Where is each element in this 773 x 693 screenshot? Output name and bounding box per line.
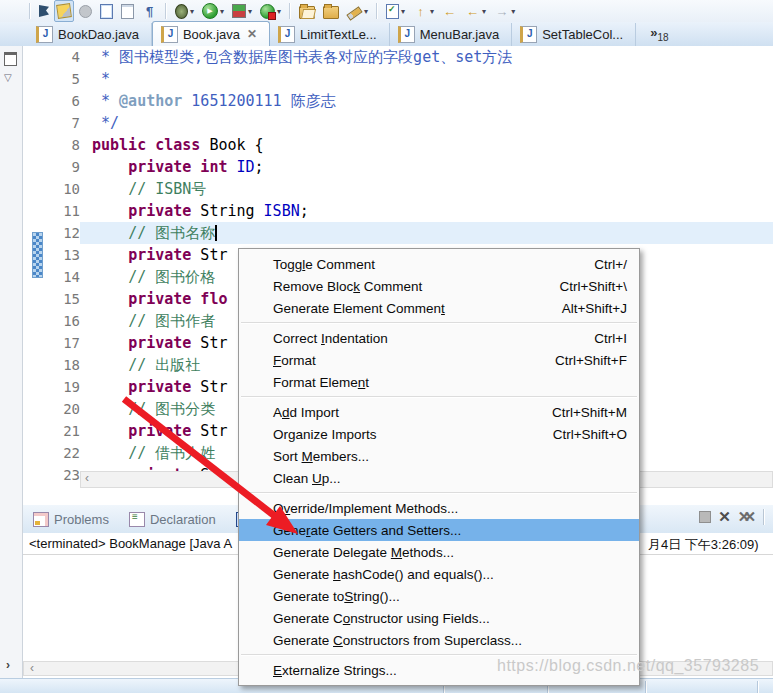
menu-item-format[interactable]: FormatCtrl+Shift+F xyxy=(239,349,639,371)
annotation-ruler[interactable] xyxy=(23,398,35,420)
dropdown-arrow-icon[interactable]: ▾ xyxy=(248,7,252,16)
menu-item-override-implement-methods[interactable]: Override/Implement Methods... xyxy=(239,497,639,519)
dropdown-arrow-icon[interactable]: ▾ xyxy=(482,7,486,16)
editor-tab-book-java[interactable]: JBook.java✕ xyxy=(152,21,270,46)
annotation-ruler[interactable] xyxy=(23,156,35,178)
console-tab-declaration[interactable]: Declaration xyxy=(119,506,226,532)
dropdown-arrow-icon[interactable]: ▾ xyxy=(220,7,224,16)
code-text[interactable]: // ISBN号 xyxy=(92,178,773,200)
code-text[interactable]: * 图书模型类,包含数据库图书表各对应的字段get、set方法 xyxy=(92,46,773,68)
annotation-ruler[interactable] xyxy=(23,46,35,68)
editor-tab-menubar-java[interactable]: JMenuBar.java xyxy=(390,23,513,46)
restore-view-icon[interactable] xyxy=(4,52,17,66)
editor-tab-bookdao-java[interactable]: JBookDao.java xyxy=(28,23,152,46)
highlighter-icon xyxy=(56,3,72,19)
team-flag-icon[interactable] xyxy=(36,0,52,22)
menu-item-generate-constructor-using-fields[interactable]: Generate Constructor using Fields... xyxy=(239,607,639,629)
annotation-ruler[interactable] xyxy=(23,112,35,134)
dropdown-arrow-icon[interactable]: ▾ xyxy=(190,7,194,16)
annotation-ruler[interactable] xyxy=(23,442,35,464)
code-text[interactable]: // 图书名称 xyxy=(92,222,773,244)
annotation-ruler[interactable] xyxy=(23,134,35,156)
open-declaration-icon[interactable] xyxy=(97,0,116,22)
run-icon[interactable]: ▶▾ xyxy=(199,0,227,22)
annotation-ruler[interactable] xyxy=(23,310,35,332)
tab-close-icon[interactable]: ✕ xyxy=(247,27,257,41)
menu-item-generate-delegate-methods[interactable]: Generate Delegate Methods... xyxy=(239,541,639,563)
dropdown-arrow-icon[interactable]: ▾ xyxy=(430,7,434,16)
dropdown-arrow-icon[interactable]: ▾ xyxy=(364,7,368,16)
code-line[interactable]: 5 * xyxy=(23,68,773,90)
menu-item-organize-imports[interactable]: Organize ImportsCtrl+Shift+O xyxy=(239,423,639,445)
dropdown-arrow-icon[interactable]: ▾ xyxy=(401,7,405,16)
back-icon[interactable]: ←▾ xyxy=(462,0,489,22)
annotation-ruler[interactable] xyxy=(23,200,35,222)
annotation-ruler[interactable] xyxy=(23,464,35,486)
profile-icon[interactable]: ▾ xyxy=(257,0,284,22)
dim-occurrences-icon[interactable] xyxy=(76,0,95,22)
menu-item-clean-up[interactable]: Clean Up... xyxy=(239,467,639,489)
code-line[interactable]: 11 private String ISBN; xyxy=(23,200,773,222)
console-tab-problems[interactable]: Problems xyxy=(23,506,119,532)
menu-item-generate-constructors-from-superclass[interactable]: Generate Constructors from Superclass... xyxy=(239,629,639,651)
code-line[interactable]: 6 * @author 1651200111 陈彦志 xyxy=(23,90,773,112)
code-line[interactable]: 7 */ xyxy=(23,112,773,134)
menu-item-remove-block-comment[interactable]: Remove Block CommentCtrl+Shift+\ xyxy=(239,275,639,297)
menu-item-generate-hashcode-and-equals[interactable]: Generate hashCode() and equals()... xyxy=(239,563,639,585)
menu-item-format-element[interactable]: Format Element xyxy=(239,371,639,393)
code-text[interactable]: * @author 1651200111 陈彦志 xyxy=(92,90,773,112)
code-line[interactable]: 8public class Book { xyxy=(23,134,773,156)
debug-icon[interactable]: ▾ xyxy=(172,0,197,22)
annotation-ruler[interactable] xyxy=(23,420,35,442)
view-menu-chevron-icon[interactable]: ▽ xyxy=(4,72,12,83)
tab-overflow-chevron[interactable]: »18 xyxy=(650,25,668,43)
menu-item-sort-members[interactable]: Sort Members... xyxy=(239,445,639,467)
annotation-ruler[interactable] xyxy=(23,376,35,398)
forward-icon[interactable]: →▾ xyxy=(491,0,518,22)
code-text[interactable]: public class Book { xyxy=(92,134,773,156)
line-number: 22 xyxy=(35,442,80,464)
open-declaration-icon xyxy=(100,4,113,19)
code-line[interactable]: 4 * 图书模型类,包含数据库图书表各对应的字段get、set方法 xyxy=(23,46,773,68)
dropdown-arrow-icon[interactable]: ▾ xyxy=(511,7,515,16)
dropdown-arrow-icon[interactable]: ▾ xyxy=(277,7,281,16)
code-text[interactable]: private String ISBN; xyxy=(92,200,773,222)
checkin-icon[interactable]: ▾ xyxy=(383,0,408,22)
code-line[interactable]: 10 // ISBN号 xyxy=(23,178,773,200)
terminate-icon[interactable] xyxy=(699,511,711,523)
editor-tab-settablecol-[interactable]: JSetTableCol... xyxy=(512,23,636,46)
annotation-ruler[interactable] xyxy=(23,90,35,112)
menu-item-generate-element-comment[interactable]: Generate Element CommentAlt+Shift+J xyxy=(239,297,639,319)
annotation-ruler[interactable] xyxy=(23,178,35,200)
code-text[interactable]: private int ID; xyxy=(92,156,773,178)
menu-item-toggle-comment[interactable]: Toggle CommentCtrl+/ xyxy=(239,253,639,275)
show-whitespace-icon[interactable]: ¶ xyxy=(139,0,160,22)
expand-strip-icon[interactable]: › xyxy=(6,658,10,672)
code-text[interactable]: * xyxy=(92,68,773,90)
annotation-ruler[interactable] xyxy=(23,288,35,310)
menu-item-generate-tostring[interactable]: Generate toString()... xyxy=(239,585,639,607)
menu-item-correct-indentation[interactable]: Correct IndentationCtrl+I xyxy=(239,327,639,349)
show-source-icon[interactable] xyxy=(118,0,137,22)
coverage-icon[interactable]: ▾ xyxy=(229,0,255,22)
annotation-ruler[interactable] xyxy=(23,354,35,376)
console-tab-label: Declaration xyxy=(150,512,216,527)
remove-all-terminated-icon[interactable]: ✕✕ xyxy=(738,511,756,523)
open-folder-icon[interactable] xyxy=(296,0,318,22)
closed-folder-icon[interactable] xyxy=(320,0,342,22)
navigate-up-icon[interactable]: ↑▾ xyxy=(410,0,437,22)
toolbar-overflow-icon[interactable] xyxy=(3,0,24,22)
menu-item-generate-getters-and-setters[interactable]: Generate Getters and Setters... xyxy=(239,519,639,541)
menu-item-shortcut: Ctrl+I xyxy=(564,331,627,346)
editor-tab-limittextle-[interactable]: JLimitTextLe... xyxy=(270,23,390,46)
menu-item-add-import[interactable]: Add ImportCtrl+Shift+M xyxy=(239,401,639,423)
remove-launch-icon[interactable]: ✕ xyxy=(718,511,731,523)
annotation-ruler[interactable] xyxy=(23,68,35,90)
paintbrush-icon[interactable]: ▾ xyxy=(344,0,371,22)
annotation-ruler[interactable] xyxy=(23,332,35,354)
highlighter-icon[interactable] xyxy=(54,0,74,22)
last-edit-location-icon[interactable]: ← xyxy=(439,0,460,22)
code-line[interactable]: 9 private int ID; xyxy=(23,156,773,178)
code-line[interactable]: 12 // 图书名称 xyxy=(23,222,773,244)
code-text[interactable]: */ xyxy=(92,112,773,134)
